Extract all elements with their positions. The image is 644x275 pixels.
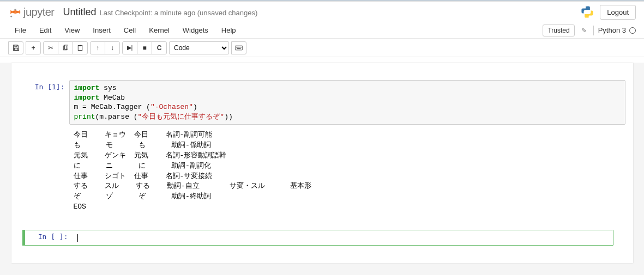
svg-rect-10 bbox=[235, 46, 242, 50]
menu-file[interactable]: File bbox=[8, 24, 33, 36]
menu-view[interactable]: View bbox=[58, 24, 86, 36]
cell-gap bbox=[11, 217, 633, 229]
menubar-right: Trusted ✎ Python 3 bbox=[543, 25, 636, 36]
text-cursor-icon bbox=[77, 234, 78, 242]
header-bar: jupyter Untitled Last Checkpoint: a minu… bbox=[0, 2, 644, 22]
jupyter-logo[interactable]: jupyter bbox=[8, 5, 55, 19]
svg-rect-9 bbox=[80, 45, 81, 46]
run-step-icon: ▶| bbox=[127, 44, 133, 51]
save-icon bbox=[13, 44, 20, 51]
trusted-badge[interactable]: Trusted bbox=[543, 25, 574, 36]
cell-input-area[interactable]: import sys import MeCab m = MeCab.Tagger… bbox=[69, 80, 625, 125]
arrow-up-icon: ↑ bbox=[96, 44, 99, 52]
copy-icon bbox=[62, 45, 69, 51]
notebook-title-wrap: Untitled Last Checkpoint: a minute ago (… bbox=[63, 7, 258, 18]
svg-rect-4 bbox=[15, 45, 17, 47]
plus-icon: + bbox=[31, 44, 35, 52]
cell-prompt: In [ ]: bbox=[22, 230, 73, 246]
code-cell-2-wrapper: In [ ]: bbox=[11, 229, 633, 247]
stop-icon: ■ bbox=[142, 44, 146, 52]
menu-insert[interactable]: Insert bbox=[86, 24, 117, 36]
checkpoint-status: Last Checkpoint: a minute ago (unsaved c… bbox=[100, 9, 258, 17]
header-right: Logout bbox=[580, 5, 636, 20]
selected-cell-marker bbox=[22, 230, 25, 246]
restart-icon: C bbox=[157, 44, 162, 52]
add-cell-button[interactable]: + bbox=[26, 41, 41, 54]
menu-kernel[interactable]: Kernel bbox=[142, 24, 176, 36]
menubar-divider bbox=[593, 26, 594, 35]
interrupt-button[interactable]: ■ bbox=[137, 41, 152, 54]
svg-point-1 bbox=[10, 16, 12, 17]
menu-widgets[interactable]: Widgets bbox=[176, 24, 215, 36]
code-cell-2[interactable]: In [ ]: bbox=[19, 230, 625, 246]
cut-icon: ✂ bbox=[48, 44, 53, 52]
page-background: In [1]: import sys import MeCab m = MeCa… bbox=[0, 63, 644, 275]
svg-rect-14 bbox=[239, 46, 240, 47]
logout-button[interactable]: Logout bbox=[600, 5, 636, 20]
code-cell-1[interactable]: In [1]: import sys import MeCab m = MeCa… bbox=[11, 79, 633, 126]
kernel-idle-icon bbox=[629, 27, 636, 34]
svg-rect-12 bbox=[237, 46, 238, 47]
cut-button[interactable]: ✂ bbox=[43, 41, 58, 54]
notebook-container: In [1]: import sys import MeCab m = MeCa… bbox=[11, 63, 633, 263]
menu-bar: File Edit View Insert Cell Kernel Widget… bbox=[0, 22, 644, 39]
command-palette-button[interactable] bbox=[231, 41, 246, 54]
arrow-down-icon: ↓ bbox=[111, 44, 114, 52]
svg-rect-13 bbox=[238, 46, 239, 47]
cell-type-select[interactable]: Code bbox=[169, 41, 229, 54]
menu-help[interactable]: Help bbox=[215, 24, 243, 36]
notebook-title[interactable]: Untitled bbox=[63, 7, 97, 18]
jupyter-logo-text: jupyter bbox=[23, 6, 55, 19]
svg-rect-16 bbox=[237, 48, 241, 48]
paste-button[interactable] bbox=[73, 41, 88, 54]
svg-rect-5 bbox=[14, 48, 18, 50]
svg-point-3 bbox=[589, 16, 590, 17]
menu-edit[interactable]: Edit bbox=[33, 24, 58, 36]
jupyter-planet-icon bbox=[8, 5, 22, 19]
menu-cell[interactable]: Cell bbox=[117, 24, 142, 36]
output-prompt-spacer bbox=[19, 127, 69, 216]
svg-point-2 bbox=[585, 7, 586, 8]
cell-output: 今日 キョウ 今日 名詞-副詞可能 も モ も 助詞-係助詞 元気 ゲンキ 元気… bbox=[69, 127, 625, 216]
code-cell-1-output-row: 今日 キョウ 今日 名詞-副詞可能 も モ も 助詞-係助詞 元気 ゲンキ 元気… bbox=[11, 126, 633, 217]
toolbar: + ✂ ↑ ↓ ▶| ■ C Code bbox=[0, 39, 644, 57]
svg-rect-15 bbox=[241, 46, 242, 47]
move-up-button[interactable]: ↑ bbox=[90, 41, 105, 54]
kernel-name-label[interactable]: Python 3 bbox=[598, 26, 636, 34]
svg-rect-11 bbox=[236, 46, 237, 47]
cell-input-area[interactable] bbox=[73, 230, 610, 246]
python-logo-icon bbox=[580, 5, 594, 19]
kernel-name-text: Python 3 bbox=[598, 26, 626, 34]
save-button[interactable] bbox=[8, 41, 23, 54]
pencil-icon[interactable]: ✎ bbox=[579, 27, 589, 34]
copy-button[interactable] bbox=[58, 41, 73, 54]
keyboard-icon bbox=[235, 45, 243, 51]
restart-button[interactable]: C bbox=[152, 41, 167, 54]
run-button[interactable]: ▶| bbox=[122, 41, 137, 54]
cell-prompt: In [1]: bbox=[19, 80, 69, 125]
paste-icon bbox=[77, 45, 83, 51]
move-down-button[interactable]: ↓ bbox=[105, 41, 120, 54]
